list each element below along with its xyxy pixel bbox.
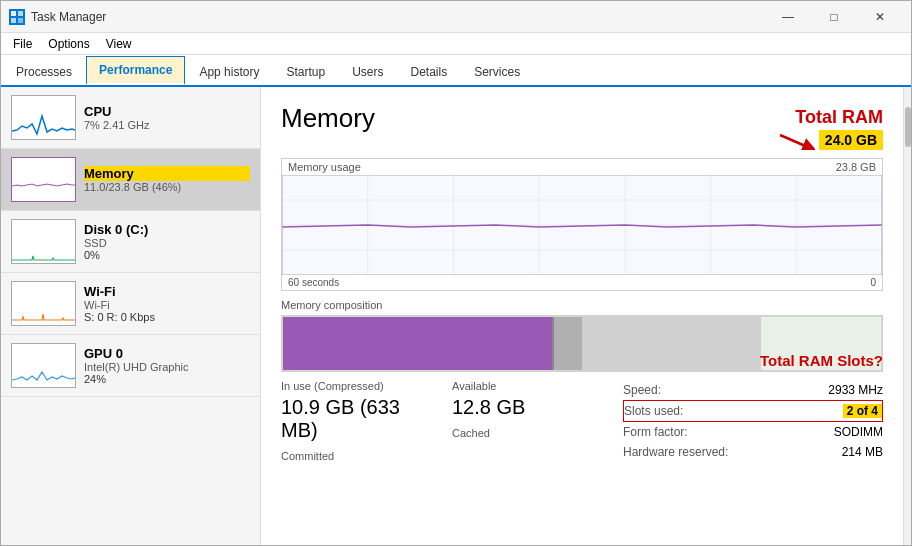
tab-startup[interactable]: Startup [273,58,338,85]
tab-processes[interactable]: Processes [3,58,85,85]
usage-max: 23.8 GB [836,161,876,173]
svg-rect-8 [12,344,75,387]
app-icon [9,9,25,25]
menu-options[interactable]: Options [40,35,97,53]
modified-segment [552,317,582,370]
wifi-thumbnail [11,281,76,326]
used-segment [283,317,552,370]
chart-header: Memory usage 23.8 GB [282,159,882,175]
cpu-info: CPU 7% 2.41 GHz [84,104,250,131]
wifi-label: Wi-Fi [84,284,250,299]
memory-usage-chart: Memory usage 23.8 GB [281,158,883,291]
speed-row: Speed: 2933 MHz [623,380,883,400]
form-factor-row: Form factor: SODIMM [623,422,883,442]
cpu-label: CPU [84,104,250,119]
sidebar-item-wifi[interactable]: Wi-Fi Wi-Fi S: 0 R: 0 Kbps [1,273,260,335]
standby-segment [582,317,761,370]
svg-rect-5 [12,158,75,201]
disk-type: SSD [84,237,250,249]
memory-chart-canvas [282,175,882,275]
usage-label: Memory usage [288,161,361,173]
tab-services[interactable]: Services [461,58,533,85]
disk-thumbnail [11,219,76,264]
main-panel: Memory Total RAM [261,87,903,545]
tab-performance[interactable]: Performance [86,56,185,85]
gpu-usage: 24% [84,373,250,385]
tab-bar: Processes Performance App history Startu… [1,55,911,87]
svg-rect-3 [18,18,23,23]
available-label: Available [452,380,603,392]
cpu-thumbnail [11,95,76,140]
disk-label: Disk 0 (C:) [84,222,250,237]
committed-stat: Committed [281,450,432,462]
wifi-info: Wi-Fi Wi-Fi S: 0 R: 0 Kbps [84,284,250,323]
svg-rect-4 [12,96,75,139]
chart-footer: 60 seconds 0 [282,275,882,290]
arrow-icon [775,130,815,150]
svg-line-9 [780,135,810,148]
time-label: 60 seconds [288,277,339,288]
wifi-speed: S: 0 R: 0 Kbps [84,311,250,323]
sidebar-item-disk[interactable]: Disk 0 (C:) SSD 0% [1,211,260,273]
bottom-stats: In use (Compressed) 10.9 GB (633 MB) Com… [281,380,883,470]
disk-info: Disk 0 (C:) SSD 0% [84,222,250,261]
wifi-name: Wi-Fi [84,299,250,311]
svg-rect-2 [11,18,16,23]
memory-info: Memory 11.0/23.8 GB (46%) [84,166,250,193]
tab-details[interactable]: Details [397,58,460,85]
tab-app-history[interactable]: App history [186,58,272,85]
available-value: 12.8 GB [452,396,603,419]
gpu-info: GPU 0 Intel(R) UHD Graphic 24% [84,346,250,385]
minimize-button[interactable]: — [765,1,811,33]
sidebar: CPU 7% 2.41 GHz Memory 11.0/23.8 GB (46%… [1,87,261,545]
page-title: Memory [281,103,375,134]
available-stat: Available 12.8 GB [452,380,603,419]
menu-view[interactable]: View [98,35,140,53]
middle-stats: Available 12.8 GB Cached [452,380,603,470]
svg-rect-1 [18,11,23,16]
memory-usage: 11.0/23.8 GB (46%) [84,181,250,193]
in-use-value: 10.9 GB (633 MB) [281,396,432,442]
scrollbar-thumb[interactable] [905,107,911,147]
sidebar-item-cpu[interactable]: CPU 7% 2.41 GHz [1,87,260,149]
sidebar-item-gpu[interactable]: GPU 0 Intel(R) UHD Graphic 24% [1,335,260,397]
gpu-name: Intel(R) UHD Graphic [84,361,250,373]
close-button[interactable]: ✕ [857,1,903,33]
svg-rect-6 [12,220,75,263]
content-area: CPU 7% 2.41 GHz Memory 11.0/23.8 GB (46%… [1,87,911,545]
menu-file[interactable]: File [5,35,40,53]
slots-row: Slots used: 2 of 4 [623,400,883,422]
disk-usage: 0% [84,249,250,261]
total-ram-value: 24.0 GB [819,130,883,150]
gpu-thumbnail [11,343,76,388]
committed-label: Committed [281,450,432,462]
title-bar: Task Manager — □ ✕ [1,1,911,33]
total-ram-annotation: Total RAM [775,107,883,128]
title-bar-left: Task Manager [9,9,106,25]
hardware-reserved-row: Hardware reserved: 214 MB [623,442,883,462]
time-end: 0 [870,277,876,288]
right-stats: Total RAM Slots? Speed: 2933 MHz Slots u… [623,380,883,470]
maximize-button[interactable]: □ [811,1,857,33]
memory-thumbnail [11,157,76,202]
scrollbar[interactable] [903,87,911,545]
sidebar-item-memory[interactable]: Memory 11.0/23.8 GB (46%) [1,149,260,211]
tab-users[interactable]: Users [339,58,396,85]
task-manager-window: Task Manager — □ ✕ File Options View Pro… [0,0,912,546]
svg-rect-0 [11,11,16,16]
gpu-label: GPU 0 [84,346,250,361]
composition-label: Memory composition [281,299,883,311]
slots-value: 2 of 4 [843,404,882,418]
cpu-usage: 7% 2.41 GHz [84,119,250,131]
menu-bar: File Options View [1,33,911,55]
memory-label: Memory [84,166,250,181]
window-controls: — □ ✕ [765,1,903,33]
in-use-label: In use (Compressed) [281,380,432,392]
window-title: Task Manager [31,10,106,24]
left-stats: In use (Compressed) 10.9 GB (633 MB) Com… [281,380,432,470]
cached-label: Cached [452,427,603,439]
slots-annotation: Total RAM Slots? [760,352,883,369]
cached-stat: Cached [452,427,603,439]
in-use-stat: In use (Compressed) 10.9 GB (633 MB) [281,380,432,442]
